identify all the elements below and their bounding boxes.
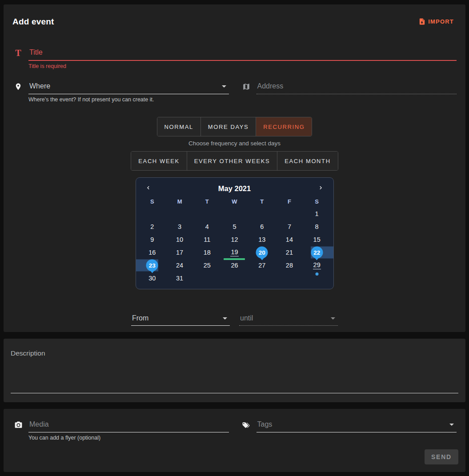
calendar-day[interactable]: 5 xyxy=(221,220,249,233)
day-number: 19 xyxy=(230,248,238,256)
calendar-day[interactable]: 20 xyxy=(248,246,276,259)
calendar-day[interactable]: 18 xyxy=(193,246,221,259)
where-address-row: Where Where's the event? If not present … xyxy=(12,81,457,103)
calendar-day[interactable]: 19 xyxy=(221,246,249,259)
camera-icon xyxy=(12,420,24,430)
calendar-day[interactable]: 29 xyxy=(303,259,331,272)
calendar-month-title: May 2021 xyxy=(218,184,251,193)
media-tags-section: Media You can add a flyer (optional) Tag… xyxy=(4,409,465,472)
calendar-day[interactable]: 30 xyxy=(139,272,166,284)
frequency-hint: Choose frequency and select days xyxy=(12,140,457,147)
calendar-next-button[interactable] xyxy=(316,183,326,194)
where-placeholder: Where xyxy=(29,82,50,90)
calendar-day-empty xyxy=(248,272,276,284)
calendar-day-empty xyxy=(221,207,249,220)
calendar-day[interactable]: 25 xyxy=(193,259,221,272)
calendar-day-empty xyxy=(166,207,193,220)
tag-multiple-icon xyxy=(241,420,252,430)
day-number: 7 xyxy=(287,223,292,230)
title-input[interactable]: Title xyxy=(28,48,457,61)
day-number: 17 xyxy=(176,249,184,256)
dot-indicator xyxy=(315,272,318,276)
freq-each-week-button[interactable]: EACH WEEK xyxy=(131,152,186,170)
calendar-day[interactable]: 1 xyxy=(303,207,331,220)
freq-every-other-weeks-button[interactable]: EVERY OTHER WEEKS xyxy=(187,152,277,170)
calendar-day[interactable]: 11 xyxy=(193,233,221,246)
calendar-day-empty xyxy=(276,207,303,220)
calendar-day[interactable]: 14 xyxy=(276,233,303,246)
calendar-day[interactable]: 28 xyxy=(276,259,303,272)
caret-down-icon xyxy=(449,424,454,426)
from-select[interactable]: From xyxy=(131,313,230,326)
calendar-day[interactable]: 27 xyxy=(248,259,276,272)
calendar-day[interactable]: 24 xyxy=(166,259,193,272)
tags-field-row: Tags xyxy=(241,420,457,441)
calendar-day[interactable]: 12 xyxy=(221,233,249,246)
calendar-day[interactable]: 23 xyxy=(139,259,166,272)
day-number: 12 xyxy=(230,236,238,243)
calendar-header: May 2021 xyxy=(139,180,331,196)
calendar-day[interactable]: 7 xyxy=(276,220,303,233)
calendar-day[interactable]: 6 xyxy=(248,220,276,233)
green-bar-indicator xyxy=(224,258,245,260)
calendar-day[interactable]: 9 xyxy=(139,233,166,246)
title-error: Title is required xyxy=(28,63,457,69)
day-number: 15 xyxy=(313,236,321,243)
description-textarea[interactable] xyxy=(11,393,458,393)
where-field-row: Where Where's the event? If not present … xyxy=(12,81,229,103)
until-placeholder: until xyxy=(240,314,253,322)
chevron-left-icon xyxy=(145,184,152,192)
format-title-icon: T xyxy=(12,48,24,58)
calendar-day[interactable]: 3 xyxy=(166,220,193,233)
day-number: 31 xyxy=(176,275,184,282)
caret-down-icon xyxy=(223,317,227,320)
calendar-day[interactable]: 8 xyxy=(303,220,331,233)
calendar-prev-button[interactable] xyxy=(143,183,153,194)
calendar-day-empty xyxy=(248,207,276,220)
day-number: 1 xyxy=(315,210,319,217)
calendar-day[interactable]: 4 xyxy=(193,220,221,233)
day-number: 18 xyxy=(203,249,211,256)
mode-more-days-button[interactable]: MORE DAYS xyxy=(200,117,256,136)
until-field: until xyxy=(239,313,338,326)
calendar-day[interactable]: 26 xyxy=(221,259,249,272)
day-number: 29 xyxy=(313,261,321,269)
address-placeholder: Address xyxy=(257,82,284,90)
calendar-day[interactable]: 31 xyxy=(166,272,193,284)
import-button[interactable]: IMPORT xyxy=(416,16,457,27)
media-input[interactable]: Media xyxy=(28,420,229,432)
weekday-label: T xyxy=(248,196,276,207)
where-select[interactable]: Where xyxy=(28,81,229,94)
calendar-day[interactable]: 15 xyxy=(303,233,331,246)
map-marker-icon xyxy=(12,81,24,92)
day-number: 10 xyxy=(176,236,184,243)
calendar-day-empty xyxy=(139,207,166,220)
mode-recurring-button[interactable]: RECURRING xyxy=(256,117,312,136)
calendar-day[interactable]: 17 xyxy=(166,246,193,259)
weekday-label: M xyxy=(166,196,193,207)
media-hint: You can add a flyer (optional) xyxy=(28,435,229,441)
calendar-day[interactable]: 2 xyxy=(139,220,166,233)
send-button[interactable]: SEND xyxy=(425,449,458,464)
file-import-icon xyxy=(418,18,426,25)
media-placeholder: Media xyxy=(29,420,49,428)
time-row: From until xyxy=(12,313,457,326)
calendar: May 2021 SMTWTFS 12345678910111213141516… xyxy=(136,177,334,289)
until-select[interactable]: until xyxy=(239,313,338,326)
day-number: 11 xyxy=(203,236,211,243)
calendar-day[interactable]: 22 xyxy=(303,246,331,259)
weekday-label: S xyxy=(303,196,331,207)
calendar-day[interactable]: 13 xyxy=(248,233,276,246)
page-title: Add event xyxy=(12,17,54,27)
address-input[interactable]: Address xyxy=(257,81,457,94)
calendar-day-empty xyxy=(193,272,221,284)
header: Add event IMPORT xyxy=(12,16,457,27)
freq-each-month-button[interactable]: EACH MONTH xyxy=(277,152,337,170)
calendar-day[interactable]: 21 xyxy=(276,246,303,259)
calendar-day[interactable]: 16 xyxy=(139,246,166,259)
tags-select[interactable]: Tags xyxy=(257,420,457,432)
selected-day-balloon: 20 xyxy=(256,246,268,258)
mode-toggle-group: NORMAL MORE DAYS RECURRING xyxy=(157,117,313,136)
mode-normal-button[interactable]: NORMAL xyxy=(157,117,200,136)
calendar-day[interactable]: 10 xyxy=(166,233,193,246)
